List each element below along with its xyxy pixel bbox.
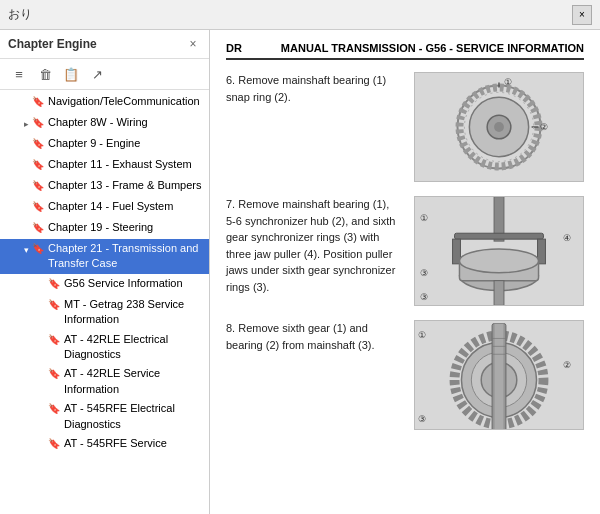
doc-page: DR MANUAL TRANSMISSION - G56 - SERVICE I… — [210, 30, 600, 456]
sidebar-item-at-545rfe-svc[interactable]: 🔖 AT - 545RFE Service — [0, 434, 209, 455]
step6-illustration: ① ② — [414, 72, 584, 182]
item-label: AT - 42RLE Service Information — [64, 366, 205, 397]
sidebar-item-chapter-13[interactable]: 🔖 Chapter 13 - Frame & Bumpers — [0, 176, 209, 197]
doc-header: DR MANUAL TRANSMISSION - G56 - SERVICE I… — [226, 42, 584, 60]
main-container: Chapter Engine × ≡ 🗑 📋 ↗ 🔖 Navigation/Te… — [0, 30, 600, 514]
bookmark-icon: 🔖 — [48, 402, 60, 416]
copy-button[interactable]: 📋 — [60, 63, 82, 85]
app-title: おり — [8, 6, 32, 23]
step8-illustration: ① ② ③ — [414, 320, 584, 430]
sidebar-item-chapter-9[interactable]: 🔖 Chapter 9 - Engine — [0, 134, 209, 155]
sidebar-item-nav-telecom[interactable]: 🔖 Navigation/TeleCommunication — [0, 92, 209, 113]
expand-arrow — [20, 158, 32, 174]
step8-image: ① ② ③ — [414, 320, 584, 430]
sidebar-item-chapter-19[interactable]: 🔖 Chapter 19 - Steering — [0, 218, 209, 239]
svg-rect-17 — [494, 281, 504, 306]
item-label: Chapter 19 - Steering — [48, 220, 205, 235]
bookmark-icon: 🔖 — [48, 367, 60, 381]
bookmark-icon: 🔖 — [48, 437, 60, 451]
item-label: Chapter 13 - Frame & Bumpers — [48, 178, 205, 193]
panel-close-button[interactable]: × — [185, 36, 201, 52]
expand-arrow — [20, 221, 32, 237]
sidebar-item-at-545rfe-elec[interactable]: 🔖 AT - 545RFE Electrical Diagnostics — [0, 399, 209, 434]
step8-svg: ① ② ③ — [415, 320, 583, 430]
bookmark-icon: 🔖 — [32, 116, 44, 130]
title-bar-left: おり — [8, 6, 32, 23]
doc-header-left: DR — [226, 42, 242, 54]
expand-arrow — [36, 437, 48, 453]
step6-text: 6. Remove mainshaft bearing (1) snap rin… — [226, 72, 402, 182]
svg-text:③: ③ — [420, 292, 428, 302]
title-bar: おり × — [0, 0, 600, 30]
svg-text:②: ② — [563, 360, 571, 370]
item-label: G56 Service Information — [64, 276, 205, 291]
svg-text:③: ③ — [420, 268, 428, 278]
expand-arrow — [20, 200, 32, 216]
svg-rect-28 — [494, 323, 504, 430]
step7-illustration: ① ④ ③ ③ — [414, 196, 584, 306]
svg-text:④: ④ — [563, 233, 571, 243]
item-label: AT - 42RLE Electrical Diagnostics — [64, 332, 205, 363]
bookmark-icon: 🔖 — [32, 158, 44, 172]
expand-arrow — [20, 137, 32, 153]
close-button[interactable]: × — [572, 5, 592, 25]
svg-text:③: ③ — [418, 414, 426, 424]
bookmark-icon: 🔖 — [32, 95, 44, 109]
sidebar-item-chapter-21[interactable]: ▾ 🔖 Chapter 21 - Transmission and Transf… — [0, 239, 209, 274]
item-label: AT - 545RFE Service — [64, 436, 205, 451]
svg-text:②: ② — [541, 122, 549, 132]
bookmark-icon: 🔖 — [48, 333, 60, 347]
step7-image: ① ④ ③ ③ — [414, 196, 584, 306]
sidebar-item-g56-service[interactable]: 🔖 G56 Service Information — [0, 274, 209, 295]
step6-image: ① ② — [414, 72, 584, 182]
svg-text:①: ① — [418, 330, 426, 340]
item-label: Chapter 21 - Transmission and Transfer C… — [48, 241, 205, 272]
doc-step-8: 8. Remove sixth gear (1) and bearing (2)… — [226, 320, 584, 430]
left-panel-title: Chapter Engine — [8, 37, 97, 51]
expand-arrow — [20, 95, 32, 111]
bookmark-icon: 🔖 — [32, 137, 44, 151]
svg-point-16 — [459, 249, 538, 273]
expand-arrow: ▸ — [20, 116, 32, 132]
doc-step-7: 7. Remove mainshaft bearing (1), 5-6 syn… — [226, 196, 584, 306]
sidebar-item-mt-getrag[interactable]: 🔖 MT - Getrag 238 Service Information — [0, 295, 209, 330]
expand-arrow — [36, 402, 48, 418]
step7-text: 7. Remove mainshaft bearing (1), 5-6 syn… — [226, 196, 402, 306]
sidebar-item-at-42rle-svc[interactable]: 🔖 AT - 42RLE Service Information — [0, 364, 209, 399]
doc-header-title: MANUAL TRANSMISSION - G56 - SERVICE INFO… — [281, 42, 584, 54]
toolbar: ≡ 🗑 📋 ↗ — [0, 59, 209, 90]
expand-arrow — [20, 179, 32, 195]
item-label: Chapter 8W - Wiring — [48, 115, 205, 130]
item-label: Chapter 14 - Fuel System — [48, 199, 205, 214]
tree-container[interactable]: 🔖 Navigation/TeleCommunication ▸ 🔖 Chapt… — [0, 90, 209, 514]
expand-arrow: ▾ — [20, 242, 32, 258]
delete-button[interactable]: 🗑 — [34, 63, 56, 85]
expand-arrow — [36, 298, 48, 314]
svg-text:①: ① — [504, 77, 512, 87]
bookmark-icon: 🔖 — [48, 277, 60, 291]
sidebar-item-chapter-8w[interactable]: ▸ 🔖 Chapter 8W - Wiring — [0, 113, 209, 134]
item-label: Chapter 9 - Engine — [48, 136, 205, 151]
bookmark-icon: 🔖 — [32, 242, 44, 256]
expand-arrow — [36, 277, 48, 293]
export-button[interactable]: ↗ — [86, 63, 108, 85]
bookmark-icon: 🔖 — [32, 200, 44, 214]
expand-arrow — [36, 333, 48, 349]
step6-svg: ① ② — [415, 72, 583, 182]
sidebar-item-chapter-11[interactable]: 🔖 Chapter 11 - Exhaust System — [0, 155, 209, 176]
expand-arrow — [36, 367, 48, 383]
left-panel: Chapter Engine × ≡ 🗑 📋 ↗ 🔖 Navigation/Te… — [0, 30, 210, 514]
svg-text:①: ① — [420, 213, 428, 223]
sidebar-item-at-42rle-elec[interactable]: 🔖 AT - 42RLE Electrical Diagnostics — [0, 330, 209, 365]
step7-svg: ① ④ ③ ③ — [415, 196, 583, 306]
sidebar-item-chapter-14[interactable]: 🔖 Chapter 14 - Fuel System — [0, 197, 209, 218]
menu-button[interactable]: ≡ — [8, 63, 30, 85]
svg-rect-11 — [455, 233, 544, 239]
item-label: Navigation/TeleCommunication — [48, 94, 205, 109]
item-label: Chapter 11 - Exhaust System — [48, 157, 205, 172]
bookmark-icon: 🔖 — [32, 221, 44, 235]
item-label: AT - 545RFE Electrical Diagnostics — [64, 401, 205, 432]
left-panel-header: Chapter Engine × — [0, 30, 209, 59]
bookmark-icon: 🔖 — [48, 298, 60, 312]
right-panel[interactable]: DR MANUAL TRANSMISSION - G56 - SERVICE I… — [210, 30, 600, 514]
